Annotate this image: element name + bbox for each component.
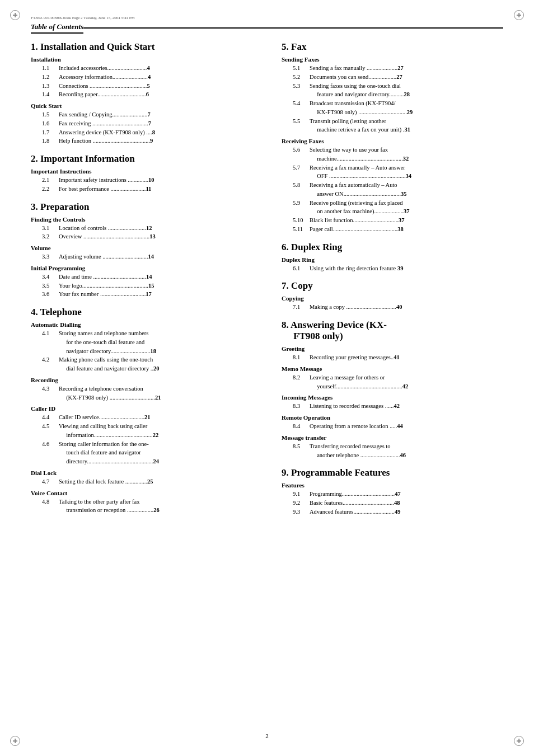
header-line (83, 27, 503, 29)
toc-4-1: 4.1 Storing names and telephone numbers … (31, 329, 266, 355)
subsection-incoming-messages: Incoming Messages (282, 394, 503, 401)
toc-9-2: 9.2Basic features.......................… (282, 499, 503, 508)
toc-5-2: 5.2Documents you can send...............… (282, 73, 503, 82)
toc-4-8: 4.8 Talking to the other party after fax… (31, 497, 266, 515)
toc-8-3: 8.3 Listening to recorded messages .....… (282, 402, 503, 411)
subsection-quickstart: Quick Start (31, 102, 266, 109)
toc-8-5: 8.5 Transferring recorded messages to an… (282, 442, 503, 460)
subsection-auto-dialling: Automatic Dialling (31, 321, 266, 328)
section-2-title: 2. Important Information (31, 153, 266, 165)
corner-mark-top-right (514, 10, 524, 20)
subsection-dial-lock: Dial Lock (31, 469, 266, 476)
section-3-title: 3. Preparation (31, 201, 266, 213)
page-title: Table of Contents (31, 22, 83, 34)
toc-4-4: 4.4Caller ID service....................… (31, 413, 266, 422)
toc-1-6: 1.6Fax receiving .......................… (31, 119, 266, 128)
corner-mark-bottom-right (514, 736, 524, 746)
toc-4-6: 4.6 Storing caller information for the o… (31, 440, 266, 466)
toc-5-5: 5.5 Transmit polling (letting another ma… (282, 117, 503, 135)
subsection-sending-faxes: Sending Faxes (282, 56, 503, 63)
subsection-important-instructions: Important Instructions (31, 168, 266, 175)
toc-2-1: 2.1Important safety instructions .......… (31, 176, 266, 185)
toc-5-10: 5.10Black list function.................… (282, 216, 503, 225)
toc-1-7: 1.7Answering device (KX-FT908 only) ....… (31, 128, 266, 137)
toc-5-11: 5.11Pager call..........................… (282, 225, 503, 234)
col-right: 5. Fax Sending Faxes 5.1Sending a fax ma… (282, 41, 503, 516)
toc-3-2: 3.2Overview ............................… (31, 232, 266, 241)
subsection-finding-controls: Finding the Controls (31, 216, 266, 223)
toc-5-4: 5.4 Broadcast transmission (KX-FT904/ KX… (282, 99, 503, 117)
section-9-title: 9. Programmable Features (282, 467, 503, 478)
section-8-title: 8. Answering Device (KX- FT908 only) (282, 320, 503, 342)
subsection-greeting: Greeting (282, 345, 503, 352)
subsection-initial-programming: Initial Programming (31, 265, 266, 271)
toc-5-7: 5.7 Receiving a fax manually – Auto answ… (282, 163, 503, 181)
toc-9-3: 9.3Advanced features....................… (282, 508, 503, 516)
toc-1-5: 1.5Fax sending / Copying................… (31, 110, 266, 119)
toc-3-6: 3.6Your fax number .....................… (31, 290, 266, 299)
subsection-features: Features (282, 482, 503, 489)
col-left: 1. Installation and Quick Start Installa… (31, 41, 266, 516)
subsection-message-transfer: Message transfer (282, 434, 503, 441)
file-label: FT-902-904-908HK.book Page 2 Tuesday, Ju… (31, 16, 135, 20)
section-4-title: 4. Telephone (31, 307, 266, 318)
toc-7-1: 7.1Making a copy .......................… (282, 303, 503, 312)
corner-mark-bottom-left (10, 736, 20, 746)
subsection-copying: Copying (282, 295, 503, 302)
subsection-caller-id: Caller ID (31, 405, 266, 412)
toc-8-2: 8.2 Leaving a message for others or your… (282, 373, 503, 391)
toc-5-9: 5.9 Receive polling (retrieving a fax pl… (282, 199, 503, 217)
page-number: 2 (265, 732, 269, 739)
subsection-memo-message: Memo Message (282, 365, 503, 372)
toc-5-8: 5.8 Receiving a fax automatically – Auto… (282, 181, 503, 199)
toc-columns: 1. Installation and Quick Start Installa… (31, 41, 503, 516)
toc-3-4: 3.4Date and time .......................… (31, 273, 266, 281)
toc-1-4: 1.4Recording paper......................… (31, 90, 266, 99)
subsection-recording: Recording (31, 377, 266, 383)
subsection-voice-contact: Voice Contact (31, 490, 266, 496)
toc-2-2: 2.2For best performance ................… (31, 185, 266, 194)
section-6-title: 6. Duplex Ring (282, 242, 503, 253)
toc-8-1: 8.1 Recording your greeting messages..41 (282, 353, 503, 362)
toc-4-5: 4.5 Viewing and calling back using calle… (31, 422, 266, 440)
section-1-title: 1. Installation and Quick Start (31, 41, 266, 53)
subsection-remote-operation: Remote Operation (282, 414, 503, 421)
toc-5-1: 5.1Sending a fax manually ..............… (282, 64, 503, 73)
corner-mark-top-left (10, 10, 20, 20)
toc-3-3: 3.3Adjusting volume ....................… (31, 252, 266, 261)
toc-1-1: 1.1Included accessories.................… (31, 64, 266, 73)
subsection-receiving-faxes: Receiving Faxes (282, 138, 503, 144)
toc-1-3: 1.3Connections .........................… (31, 82, 266, 91)
toc-1-8: 1.8Help function .......................… (31, 137, 266, 145)
subsection-volume: Volume (31, 245, 266, 251)
toc-3-5: 3.5Your logo............................… (31, 281, 266, 290)
section-7-title: 7. Copy (282, 280, 503, 292)
toc-4-7: 4.7Setting the dial lock feature .......… (31, 477, 266, 486)
toc-8-4: 8.4 Operating from a remote location ...… (282, 422, 503, 431)
toc-5-6: 5.6 Selecting the way to use your fax ma… (282, 145, 503, 163)
subsection-duplex-ring: Duplex Ring (282, 256, 503, 263)
header-bar: Table of Contents (31, 22, 503, 36)
toc-4-3: 4.3 Recording a telephone conversation (… (31, 384, 266, 402)
toc-1-2: 1.2Accessory information................… (31, 73, 266, 82)
toc-3-1: 3.1Location of controls ................… (31, 224, 266, 233)
subsection-installation: Installation (31, 56, 266, 63)
toc-6-1: 6.1Using with the ring detection feature… (282, 264, 503, 273)
toc-9-1: 9.1Programming..........................… (282, 490, 503, 499)
section-5-title: 5. Fax (282, 41, 503, 53)
toc-4-2: 4.2 Making phone calls using the one-tou… (31, 355, 266, 373)
toc-5-3: 5.3 Sending faxes using the one-touch di… (282, 82, 503, 100)
